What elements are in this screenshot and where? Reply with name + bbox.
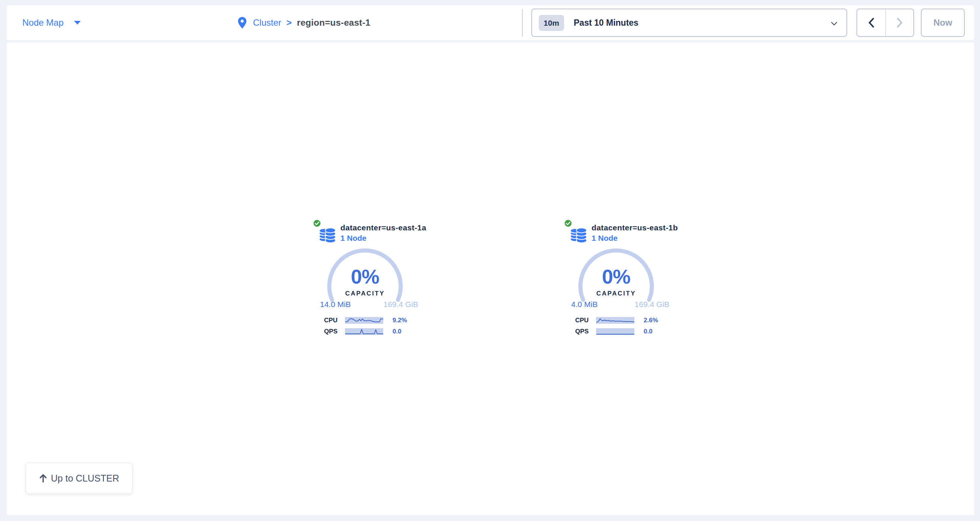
datacenter-title: datacenter=us-east-1a	[340, 223, 426, 233]
up-to-cluster-button[interactable]: Up to CLUSTER	[25, 462, 132, 494]
cpu-label: CPU	[563, 317, 589, 324]
time-next-button[interactable]	[886, 9, 914, 36]
arrow-up-icon	[39, 474, 47, 483]
time-range-label: Past 10 Minutes	[574, 18, 638, 28]
up-to-cluster-label: Up to CLUSTER	[51, 473, 119, 484]
chevron-right-icon	[897, 18, 903, 27]
toolbar-divider	[522, 9, 523, 37]
qps-value: 0.0	[644, 328, 652, 335]
cpu-value: 2.6%	[644, 317, 658, 324]
caret-down-icon	[74, 21, 81, 25]
cpu-sparkline	[345, 317, 383, 324]
breadcrumb-current-region: region=us-east-1	[297, 18, 371, 28]
capacity-label: CAPACITY	[325, 290, 405, 297]
cpu-value: 9.2%	[393, 317, 407, 324]
qps-stat-row: QPS 0.0	[563, 328, 658, 335]
cpu-sparkline	[596, 317, 634, 324]
cpu-label: CPU	[312, 317, 337, 324]
qps-label: QPS	[312, 328, 337, 335]
qps-sparkline	[596, 328, 634, 335]
chevron-left-icon	[869, 18, 874, 27]
time-nav-group	[856, 8, 914, 37]
time-range-dropdown[interactable]: 10m Past 10 Minutes	[531, 8, 847, 37]
node-map-canvas: datacenter=us-east-1a 1 Node 0% CAPACITY…	[7, 42, 974, 515]
node-count-link[interactable]: 1 Node	[592, 233, 678, 244]
top-toolbar: Node Map Cluster > region=us-east-1 10m …	[7, 5, 974, 40]
capacity-label: CAPACITY	[576, 290, 656, 297]
time-prev-button[interactable]	[857, 9, 886, 36]
time-range-badge: 10m	[539, 15, 564, 31]
cpu-stat-row: CPU 2.6%	[563, 317, 658, 324]
datacenter-card[interactable]: datacenter=us-east-1b 1 Node 0% CAPACITY…	[563, 218, 693, 348]
capacity-percent: 0%	[325, 265, 405, 288]
view-selector-dropdown[interactable]: Node Map	[22, 5, 81, 40]
qps-value: 0.0	[393, 328, 401, 335]
datacenter-title: datacenter=us-east-1b	[592, 223, 678, 233]
node-count-link[interactable]: 1 Node	[340, 233, 426, 244]
capacity-gauge: 0% CAPACITY	[576, 246, 656, 326]
capacity-used: 4.0 MiB	[571, 300, 598, 309]
qps-sparkline	[345, 328, 383, 335]
now-button[interactable]: Now	[921, 8, 965, 37]
breadcrumb-separator: >	[286, 18, 292, 28]
database-stack-icon	[569, 226, 588, 245]
capacity-percent: 0%	[576, 265, 656, 288]
qps-stat-row: QPS 0.0	[312, 328, 407, 335]
datacenter-card[interactable]: datacenter=us-east-1a 1 Node 0% CAPACITY…	[312, 218, 442, 348]
breadcrumb: Cluster > region=us-east-1	[237, 5, 371, 40]
capacity-total: 169.4 GiB	[383, 300, 418, 309]
chevron-down-icon	[831, 22, 837, 25]
capacity-total: 169.4 GiB	[635, 300, 669, 309]
view-selector-label: Node Map	[22, 18, 64, 28]
capacity-gauge: 0% CAPACITY	[325, 246, 405, 326]
qps-label: QPS	[563, 328, 589, 335]
capacity-used: 14.0 MiB	[320, 300, 351, 309]
cpu-stat-row: CPU 9.2%	[312, 317, 407, 324]
breadcrumb-cluster-link[interactable]: Cluster	[253, 18, 281, 28]
database-stack-icon	[318, 226, 337, 245]
location-pin-icon	[237, 16, 248, 29]
